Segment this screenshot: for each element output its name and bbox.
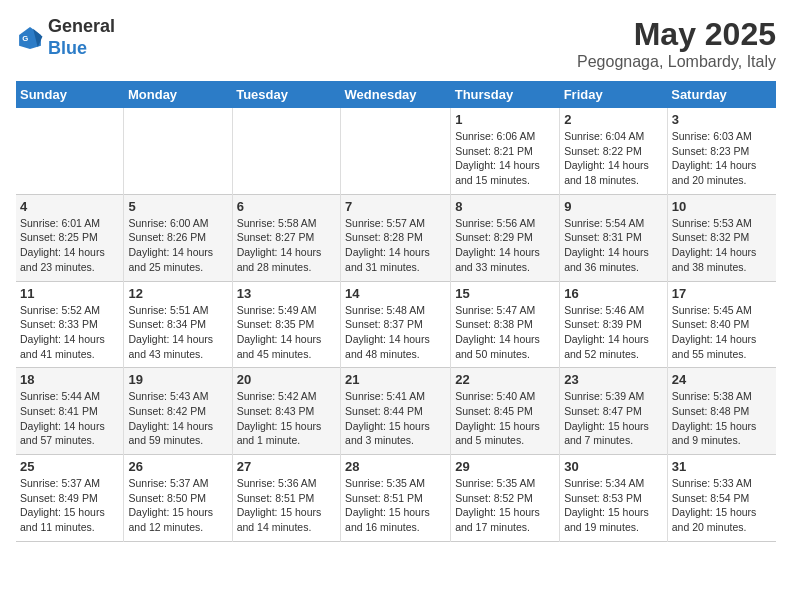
day-detail: Sunrise: 6:01 AM Sunset: 8:25 PM Dayligh… <box>20 216 119 275</box>
day-number: 18 <box>20 372 119 387</box>
calendar-day-cell: 26Sunrise: 5:37 AM Sunset: 8:50 PM Dayli… <box>124 455 232 542</box>
calendar-day-cell: 11Sunrise: 5:52 AM Sunset: 8:33 PM Dayli… <box>16 281 124 368</box>
day-detail: Sunrise: 5:44 AM Sunset: 8:41 PM Dayligh… <box>20 389 119 448</box>
calendar-day-cell: 17Sunrise: 5:45 AM Sunset: 8:40 PM Dayli… <box>667 281 776 368</box>
day-detail: Sunrise: 5:34 AM Sunset: 8:53 PM Dayligh… <box>564 476 663 535</box>
svg-text:G: G <box>22 34 28 43</box>
day-detail: Sunrise: 5:45 AM Sunset: 8:40 PM Dayligh… <box>672 303 772 362</box>
day-number: 13 <box>237 286 336 301</box>
calendar-day-cell: 7Sunrise: 5:57 AM Sunset: 8:28 PM Daylig… <box>341 194 451 281</box>
weekday-header-wednesday: Wednesday <box>341 81 451 108</box>
calendar-day-cell: 3Sunrise: 6:03 AM Sunset: 8:23 PM Daylig… <box>667 108 776 194</box>
day-number: 8 <box>455 199 555 214</box>
calendar-day-cell: 29Sunrise: 5:35 AM Sunset: 8:52 PM Dayli… <box>451 455 560 542</box>
calendar-week-row: 4Sunrise: 6:01 AM Sunset: 8:25 PM Daylig… <box>16 194 776 281</box>
day-number: 11 <box>20 286 119 301</box>
calendar-week-row: 1Sunrise: 6:06 AM Sunset: 8:21 PM Daylig… <box>16 108 776 194</box>
day-detail: Sunrise: 6:06 AM Sunset: 8:21 PM Dayligh… <box>455 129 555 188</box>
day-number: 22 <box>455 372 555 387</box>
calendar-day-cell: 22Sunrise: 5:40 AM Sunset: 8:45 PM Dayli… <box>451 368 560 455</box>
month-year-title: May 2025 <box>577 16 776 53</box>
day-detail: Sunrise: 5:48 AM Sunset: 8:37 PM Dayligh… <box>345 303 446 362</box>
day-number: 31 <box>672 459 772 474</box>
day-number: 12 <box>128 286 227 301</box>
calendar-day-cell: 27Sunrise: 5:36 AM Sunset: 8:51 PM Dayli… <box>232 455 340 542</box>
day-detail: Sunrise: 6:04 AM Sunset: 8:22 PM Dayligh… <box>564 129 663 188</box>
day-detail: Sunrise: 5:40 AM Sunset: 8:45 PM Dayligh… <box>455 389 555 448</box>
day-number: 23 <box>564 372 663 387</box>
day-detail: Sunrise: 5:36 AM Sunset: 8:51 PM Dayligh… <box>237 476 336 535</box>
calendar-week-row: 25Sunrise: 5:37 AM Sunset: 8:49 PM Dayli… <box>16 455 776 542</box>
logo-blue-text: Blue <box>48 38 87 58</box>
calendar-day-cell: 25Sunrise: 5:37 AM Sunset: 8:49 PM Dayli… <box>16 455 124 542</box>
calendar-day-cell: 19Sunrise: 5:43 AM Sunset: 8:42 PM Dayli… <box>124 368 232 455</box>
logo-icon: G <box>16 24 44 52</box>
calendar-day-cell: 12Sunrise: 5:51 AM Sunset: 8:34 PM Dayli… <box>124 281 232 368</box>
weekday-header-friday: Friday <box>560 81 668 108</box>
day-number: 3 <box>672 112 772 127</box>
day-number: 28 <box>345 459 446 474</box>
day-number: 10 <box>672 199 772 214</box>
weekday-header-thursday: Thursday <box>451 81 560 108</box>
day-number: 20 <box>237 372 336 387</box>
day-number: 27 <box>237 459 336 474</box>
day-number: 6 <box>237 199 336 214</box>
calendar-header: SundayMondayTuesdayWednesdayThursdayFrid… <box>16 81 776 108</box>
day-detail: Sunrise: 5:38 AM Sunset: 8:48 PM Dayligh… <box>672 389 772 448</box>
calendar-day-cell: 6Sunrise: 5:58 AM Sunset: 8:27 PM Daylig… <box>232 194 340 281</box>
day-detail: Sunrise: 5:56 AM Sunset: 8:29 PM Dayligh… <box>455 216 555 275</box>
calendar-week-row: 11Sunrise: 5:52 AM Sunset: 8:33 PM Dayli… <box>16 281 776 368</box>
day-detail: Sunrise: 5:54 AM Sunset: 8:31 PM Dayligh… <box>564 216 663 275</box>
calendar-day-cell: 5Sunrise: 6:00 AM Sunset: 8:26 PM Daylig… <box>124 194 232 281</box>
day-number: 30 <box>564 459 663 474</box>
day-detail: Sunrise: 5:51 AM Sunset: 8:34 PM Dayligh… <box>128 303 227 362</box>
day-detail: Sunrise: 5:42 AM Sunset: 8:43 PM Dayligh… <box>237 389 336 448</box>
day-number: 21 <box>345 372 446 387</box>
calendar-day-cell: 9Sunrise: 5:54 AM Sunset: 8:31 PM Daylig… <box>560 194 668 281</box>
day-number: 2 <box>564 112 663 127</box>
day-detail: Sunrise: 5:37 AM Sunset: 8:50 PM Dayligh… <box>128 476 227 535</box>
day-detail: Sunrise: 5:35 AM Sunset: 8:51 PM Dayligh… <box>345 476 446 535</box>
day-detail: Sunrise: 5:41 AM Sunset: 8:44 PM Dayligh… <box>345 389 446 448</box>
calendar-day-cell: 18Sunrise: 5:44 AM Sunset: 8:41 PM Dayli… <box>16 368 124 455</box>
day-number: 19 <box>128 372 227 387</box>
calendar-day-cell: 31Sunrise: 5:33 AM Sunset: 8:54 PM Dayli… <box>667 455 776 542</box>
calendar-day-cell: 30Sunrise: 5:34 AM Sunset: 8:53 PM Dayli… <box>560 455 668 542</box>
day-detail: Sunrise: 5:33 AM Sunset: 8:54 PM Dayligh… <box>672 476 772 535</box>
day-number: 29 <box>455 459 555 474</box>
day-number: 15 <box>455 286 555 301</box>
weekday-header-monday: Monday <box>124 81 232 108</box>
day-number: 14 <box>345 286 446 301</box>
calendar-table: SundayMondayTuesdayWednesdayThursdayFrid… <box>16 81 776 542</box>
calendar-day-cell <box>232 108 340 194</box>
day-detail: Sunrise: 5:37 AM Sunset: 8:49 PM Dayligh… <box>20 476 119 535</box>
day-detail: Sunrise: 5:52 AM Sunset: 8:33 PM Dayligh… <box>20 303 119 362</box>
day-detail: Sunrise: 5:53 AM Sunset: 8:32 PM Dayligh… <box>672 216 772 275</box>
calendar-day-cell: 2Sunrise: 6:04 AM Sunset: 8:22 PM Daylig… <box>560 108 668 194</box>
day-detail: Sunrise: 5:58 AM Sunset: 8:27 PM Dayligh… <box>237 216 336 275</box>
calendar-day-cell: 21Sunrise: 5:41 AM Sunset: 8:44 PM Dayli… <box>341 368 451 455</box>
day-detail: Sunrise: 5:39 AM Sunset: 8:47 PM Dayligh… <box>564 389 663 448</box>
calendar-day-cell: 13Sunrise: 5:49 AM Sunset: 8:35 PM Dayli… <box>232 281 340 368</box>
weekday-header-row: SundayMondayTuesdayWednesdayThursdayFrid… <box>16 81 776 108</box>
day-detail: Sunrise: 6:00 AM Sunset: 8:26 PM Dayligh… <box>128 216 227 275</box>
day-number: 9 <box>564 199 663 214</box>
calendar-day-cell: 16Sunrise: 5:46 AM Sunset: 8:39 PM Dayli… <box>560 281 668 368</box>
day-detail: Sunrise: 6:03 AM Sunset: 8:23 PM Dayligh… <box>672 129 772 188</box>
logo-general-text: General <box>48 16 115 36</box>
day-number: 17 <box>672 286 772 301</box>
weekday-header-sunday: Sunday <box>16 81 124 108</box>
day-detail: Sunrise: 5:35 AM Sunset: 8:52 PM Dayligh… <box>455 476 555 535</box>
calendar-week-row: 18Sunrise: 5:44 AM Sunset: 8:41 PM Dayli… <box>16 368 776 455</box>
weekday-header-saturday: Saturday <box>667 81 776 108</box>
day-detail: Sunrise: 5:47 AM Sunset: 8:38 PM Dayligh… <box>455 303 555 362</box>
day-detail: Sunrise: 5:46 AM Sunset: 8:39 PM Dayligh… <box>564 303 663 362</box>
calendar-day-cell <box>124 108 232 194</box>
day-number: 26 <box>128 459 227 474</box>
calendar-day-cell: 24Sunrise: 5:38 AM Sunset: 8:48 PM Dayli… <box>667 368 776 455</box>
calendar-day-cell: 14Sunrise: 5:48 AM Sunset: 8:37 PM Dayli… <box>341 281 451 368</box>
day-number: 1 <box>455 112 555 127</box>
page-header: G General Blue May 2025 Pegognaga, Lomba… <box>16 16 776 71</box>
weekday-header-tuesday: Tuesday <box>232 81 340 108</box>
day-number: 24 <box>672 372 772 387</box>
